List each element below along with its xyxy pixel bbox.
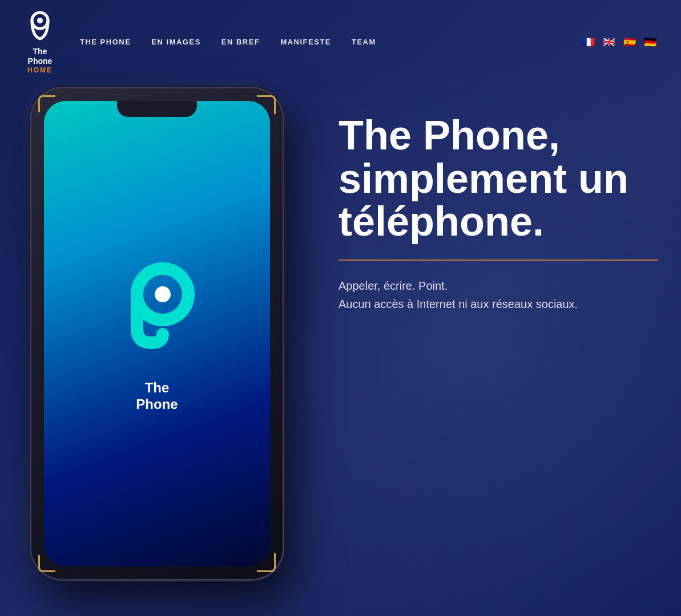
hero-subtitle-line1: Appeler, écrire. Point. <box>339 279 448 292</box>
phone-outer: The Phone <box>31 88 283 579</box>
nav-en-images[interactable]: EN IMAGES <box>151 38 200 46</box>
home-label: HOME <box>27 66 53 74</box>
hero-title: The Phone, simplement un téléphone. <box>339 114 658 244</box>
nav-team[interactable]: TEAM <box>352 38 376 46</box>
hero-content: The Phone, simplement un téléphone. Appe… <box>339 114 658 313</box>
logo-link[interactable]: ThePhone HOME <box>23 10 57 74</box>
logo-icon <box>23 10 57 44</box>
nav-manifeste[interactable]: MANIFESTE <box>280 38 331 46</box>
lang-es[interactable]: 🇪🇸 <box>622 37 638 48</box>
lang-en[interactable]: 🇬🇧 <box>601 37 617 48</box>
svg-point-3 <box>155 286 171 302</box>
nav-the-phone[interactable]: THE PHONE <box>80 38 131 46</box>
language-switcher: 🇫🇷 🇬🇧 🇪🇸 🇩🇪 <box>581 37 658 48</box>
logo-text: ThePhone HOME <box>27 47 53 74</box>
hero-divider <box>339 260 658 261</box>
nav-en-bref[interactable]: EN BREF <box>221 38 260 46</box>
logo-name: ThePhone <box>27 47 53 66</box>
lang-de[interactable]: 🇩🇪 <box>642 37 658 48</box>
svg-point-1 <box>37 18 43 23</box>
nav-links: THE PHONE EN IMAGES EN BREF MANIFESTE TE… <box>80 38 581 46</box>
phone-mockup: The Phone <box>31 88 283 579</box>
hero-subtitle-line2: Aucun accès à Internet ni aux réseaux so… <box>339 298 578 310</box>
navigation: ThePhone HOME THE PHONE EN IMAGES EN BRE… <box>0 0 681 84</box>
p-logo-icon <box>106 254 208 357</box>
lang-fr[interactable]: 🇫🇷 <box>581 37 597 48</box>
hero-subtitle: Appeler, écrire. Point. Aucun accès à In… <box>339 277 658 313</box>
phone-screen: The Phone <box>44 101 270 566</box>
screen-logo: The Phone <box>106 254 208 413</box>
phone-notch <box>117 101 197 117</box>
phone-brand-text: The Phone <box>136 380 178 413</box>
